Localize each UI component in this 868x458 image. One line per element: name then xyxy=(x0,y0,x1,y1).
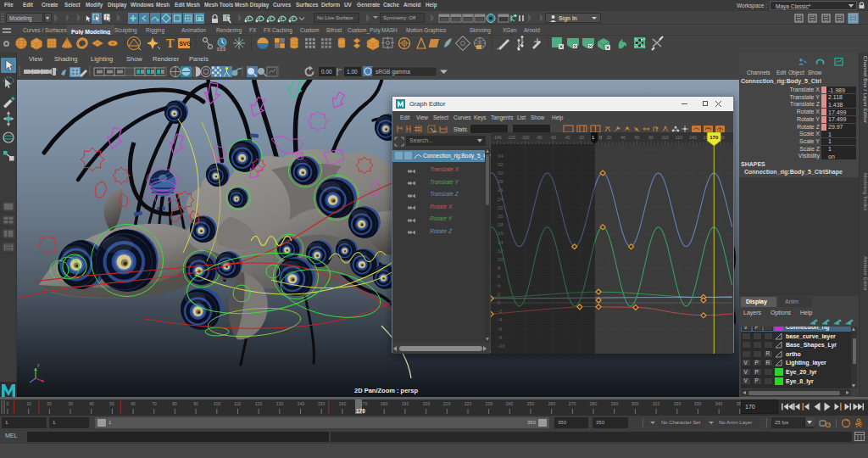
svg-text:170: 170 xyxy=(356,408,365,414)
svg-text:30: 30 xyxy=(68,401,73,406)
svg-text:0: 0 xyxy=(599,135,602,140)
svg-text:-60: -60 xyxy=(550,135,556,140)
svg-text:120: 120 xyxy=(255,401,263,406)
svg-text:60: 60 xyxy=(635,135,640,140)
svg-text:310: 310 xyxy=(653,401,660,406)
svg-text:110: 110 xyxy=(234,401,241,406)
svg-text:Stats: Stats xyxy=(453,126,467,132)
svg-text:1: 1 xyxy=(592,135,594,140)
svg-text:80: 80 xyxy=(172,401,177,406)
svg-text:220: 220 xyxy=(465,401,472,406)
svg-text:270: 270 xyxy=(569,401,576,406)
svg-text:170: 170 xyxy=(709,135,719,140)
svg-text:150: 150 xyxy=(318,401,326,406)
svg-text:190: 190 xyxy=(402,401,409,406)
svg-text:0.00: 0.00 xyxy=(321,69,332,75)
svg-text:-100: -100 xyxy=(520,135,529,140)
svg-text:240: 240 xyxy=(506,401,514,406)
svg-text:20: 20 xyxy=(47,401,52,406)
svg-text:120: 120 xyxy=(676,135,683,140)
svg-text:50: 50 xyxy=(109,401,114,406)
svg-text:0,0,0: 0,0,0 xyxy=(217,47,226,52)
svg-text:330: 330 xyxy=(694,401,702,406)
svg-text:-40: -40 xyxy=(564,135,570,140)
svg-text:-120: -120 xyxy=(507,135,515,140)
svg-text:sRGB gamma: sRGB gamma xyxy=(376,69,410,75)
svg-text:1.00: 1.00 xyxy=(347,69,358,75)
svg-text:100: 100 xyxy=(214,401,221,406)
svg-text:160: 160 xyxy=(339,401,347,406)
svg-text:60: 60 xyxy=(131,401,136,406)
svg-text:-80: -80 xyxy=(536,135,542,140)
svg-text:130: 130 xyxy=(276,401,284,406)
svg-text:40: 40 xyxy=(89,401,94,406)
svg-text:230: 230 xyxy=(486,401,493,406)
svg-text:-20: -20 xyxy=(578,135,584,140)
svg-text:210: 210 xyxy=(443,401,451,406)
svg-text:300: 300 xyxy=(632,401,639,406)
svg-text:290: 290 xyxy=(611,401,619,406)
svg-text:320: 320 xyxy=(674,401,682,406)
svg-text:140: 140 xyxy=(689,135,697,140)
svg-text:260: 260 xyxy=(548,401,556,406)
svg-text:340: 340 xyxy=(715,401,723,406)
svg-text:100: 100 xyxy=(661,135,669,140)
svg-text:170: 170 xyxy=(360,401,368,406)
svg-text:40: 40 xyxy=(620,135,626,140)
svg-text:140: 140 xyxy=(298,401,305,406)
svg-text:250: 250 xyxy=(527,401,535,406)
svg-text:200: 200 xyxy=(423,401,431,406)
svg-text:0: 0 xyxy=(7,401,9,406)
svg-text:20: 20 xyxy=(607,135,612,140)
svg-text:80: 80 xyxy=(648,135,654,140)
svg-text:90: 90 xyxy=(193,401,198,406)
svg-text:280: 280 xyxy=(590,401,598,406)
svg-text:SVG: SVG xyxy=(180,41,192,47)
svg-text:2D Pan/Zoom : persp: 2D Pan/Zoom : persp xyxy=(354,387,418,394)
svg-text:T: T xyxy=(166,37,175,50)
svg-text:-140: -140 xyxy=(492,135,501,140)
svg-text:180: 180 xyxy=(381,401,388,406)
svg-text:70: 70 xyxy=(152,401,157,406)
svg-text:10: 10 xyxy=(26,401,31,406)
